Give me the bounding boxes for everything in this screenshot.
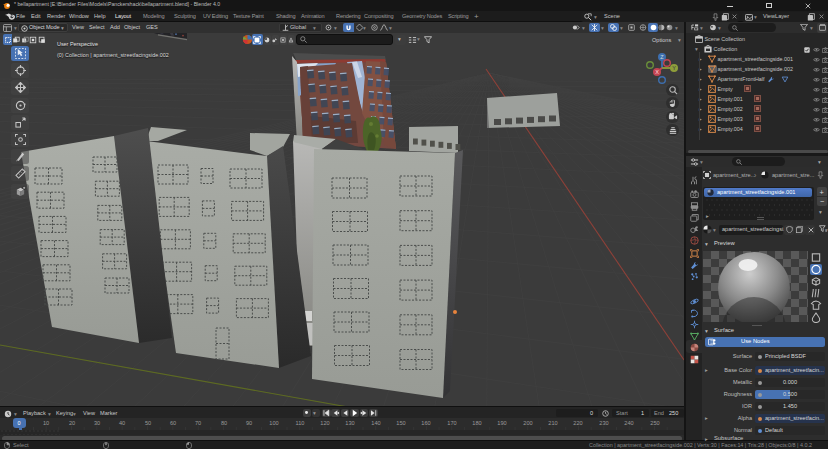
svg-text:Y: Y [672, 65, 676, 71]
svg-text:X: X [655, 69, 659, 75]
